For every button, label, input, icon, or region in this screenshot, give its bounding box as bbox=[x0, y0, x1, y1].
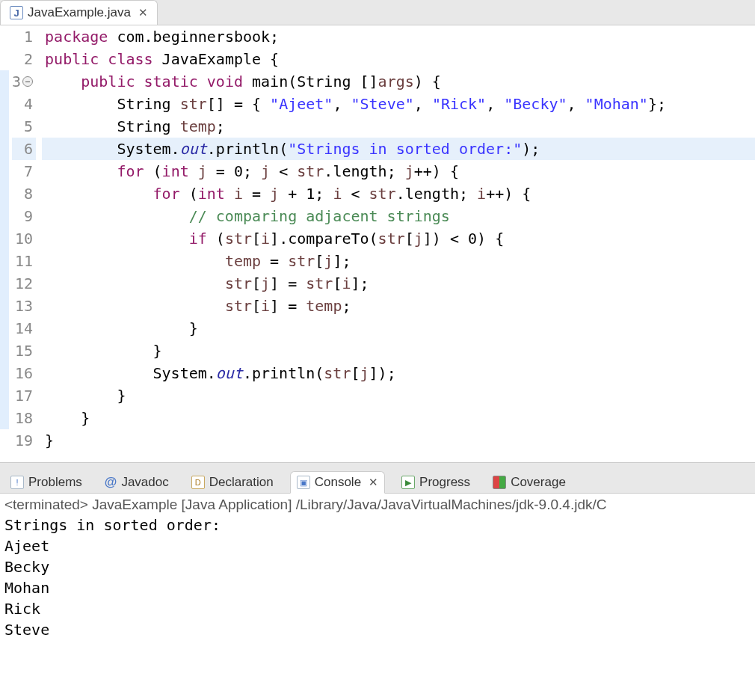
code-line[interactable]: } bbox=[42, 407, 755, 429]
code-line[interactable]: temp = str[j]; bbox=[42, 250, 755, 272]
code-line[interactable]: for (int j = 0; j < str.length; j++) { bbox=[42, 160, 755, 182]
line-number: 19 bbox=[12, 429, 36, 452]
editor-tab-filename: JavaExample.java bbox=[28, 5, 131, 20]
line-number: 6 bbox=[12, 138, 36, 160]
line-number: 11 bbox=[12, 250, 36, 272]
editor-tab[interactable]: J JavaExample.java ✕ bbox=[0, 0, 158, 25]
code-line[interactable]: System.out.println("Strings in sorted or… bbox=[42, 138, 755, 160]
line-number: 17 bbox=[12, 384, 36, 407]
console-output: Strings in sorted order: Ajeet Becky Moh… bbox=[4, 513, 751, 640]
line-number: 1 bbox=[12, 25, 36, 48]
line-number-gutter: 12345678910111213141516171819 bbox=[9, 25, 42, 452]
editor-pane: J JavaExample.java ✕ 1234567891011121314… bbox=[0, 0, 755, 452]
console-body: <terminated> JavaExample [Java Applicati… bbox=[0, 494, 755, 643]
console-status: <terminated> JavaExample [Java Applicati… bbox=[4, 497, 751, 513]
tab-problems[interactable]: ! Problems bbox=[4, 472, 88, 493]
tab-coverage[interactable]: Coverage bbox=[487, 472, 572, 493]
tab-label: Console bbox=[315, 475, 361, 490]
bottom-tab-bar: ! Problems @ Javadoc D Declaration ▣ Con… bbox=[0, 462, 755, 494]
tab-label: Progress bbox=[419, 475, 470, 490]
line-number: 9 bbox=[12, 205, 36, 227]
code-line[interactable]: } bbox=[42, 340, 755, 362]
code-line[interactable]: } bbox=[42, 317, 755, 340]
line-number: 4 bbox=[12, 93, 36, 115]
java-file-icon: J bbox=[10, 6, 23, 19]
collapse-icon[interactable] bbox=[22, 76, 33, 87]
tab-label: Coverage bbox=[511, 475, 566, 490]
line-number: 8 bbox=[12, 182, 36, 205]
code-line[interactable]: } bbox=[42, 429, 755, 452]
tab-label: Declaration bbox=[209, 475, 274, 490]
line-number: 7 bbox=[12, 160, 36, 182]
code-line[interactable]: package com.beginnersbook; bbox=[42, 25, 755, 48]
code-line[interactable]: str[i] = temp; bbox=[42, 295, 755, 317]
code-line[interactable]: if (str[i].compareTo(str[j]) < 0) { bbox=[42, 227, 755, 250]
code-lines[interactable]: package com.beginnersbook;public class J… bbox=[42, 25, 755, 452]
line-number: 16 bbox=[12, 362, 36, 384]
progress-icon: ▶ bbox=[401, 476, 415, 489]
console-icon: ▣ bbox=[297, 476, 310, 489]
editor-tab-bar: J JavaExample.java ✕ bbox=[0, 0, 755, 25]
coverage-icon bbox=[493, 476, 506, 489]
tab-label: Javadoc bbox=[121, 475, 168, 490]
code-line[interactable]: String str[] = { "Ajeet", "Steve", "Rick… bbox=[42, 93, 755, 115]
problems-icon: ! bbox=[10, 476, 24, 489]
close-icon[interactable]: ✕ bbox=[366, 476, 378, 489]
code-line[interactable]: public static void main(String []args) { bbox=[42, 70, 755, 93]
annotation-gutter bbox=[0, 25, 9, 452]
code-line[interactable]: public class JavaExample { bbox=[42, 48, 755, 70]
code-line[interactable]: // comparing adjacent strings bbox=[42, 205, 755, 227]
tab-console[interactable]: ▣ Console ✕ bbox=[290, 471, 385, 494]
line-number: 13 bbox=[12, 295, 36, 317]
line-number: 14 bbox=[12, 317, 36, 340]
javadoc-icon: @ bbox=[105, 475, 117, 490]
line-number: 3 bbox=[12, 70, 36, 93]
tab-javadoc[interactable]: @ Javadoc bbox=[99, 472, 175, 493]
line-number: 18 bbox=[12, 407, 36, 429]
code-area[interactable]: 12345678910111213141516171819 package co… bbox=[0, 25, 755, 452]
line-number: 2 bbox=[12, 48, 36, 70]
code-line[interactable]: str[j] = str[i]; bbox=[42, 272, 755, 295]
line-number: 10 bbox=[12, 227, 36, 250]
code-line[interactable]: String temp; bbox=[42, 115, 755, 138]
code-line[interactable]: System.out.println(str[j]); bbox=[42, 362, 755, 384]
line-number: 5 bbox=[12, 115, 36, 138]
tab-progress[interactable]: ▶ Progress bbox=[395, 472, 476, 493]
tab-label: Problems bbox=[28, 475, 82, 490]
line-number: 12 bbox=[12, 272, 36, 295]
declaration-icon: D bbox=[191, 476, 205, 489]
code-line[interactable]: } bbox=[42, 384, 755, 407]
code-line[interactable]: for (int i = j + 1; i < str.length; i++)… bbox=[42, 182, 755, 205]
close-icon[interactable]: ✕ bbox=[135, 6, 148, 19]
line-number: 15 bbox=[12, 340, 36, 362]
tab-declaration[interactable]: D Declaration bbox=[185, 472, 280, 493]
